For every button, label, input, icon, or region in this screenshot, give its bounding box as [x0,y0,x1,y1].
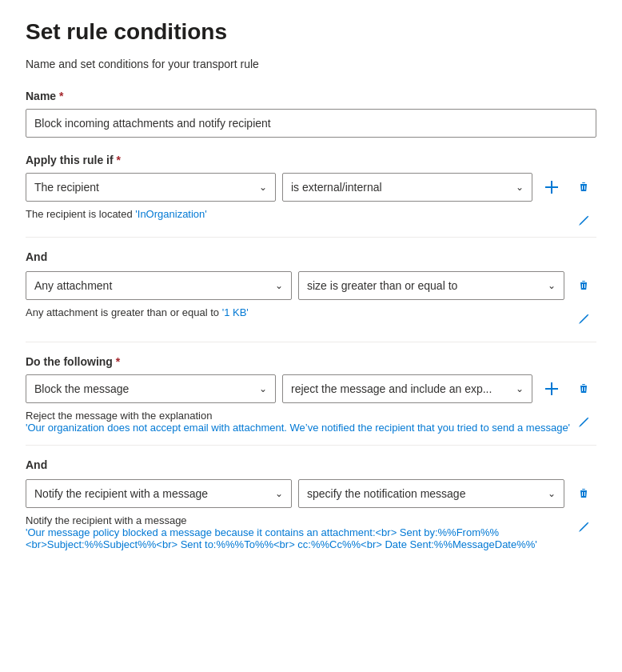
apply-add-button[interactable] [539,174,564,200]
do-label: Do the following [26,355,596,368]
and-dropdown-1b[interactable]: size is greater than or equal to ⌄ [298,271,564,300]
and-section-1: And Any attachment ⌄ size is greater tha… [26,237,596,342]
and-condition-row-2: Notify the recipient with a message ⌄ sp… [26,479,596,508]
apply-label: Apply this rule if [26,154,596,166]
and-description-link-2[interactable]: 'Our message policy blocked a message be… [26,526,537,550]
apply-description-link[interactable]: 'InOrganization' [135,208,207,220]
and-edit-button-1[interactable] [571,306,596,332]
apply-dropdown-2-text: is external/internal [291,181,382,194]
page-subtitle: Name and set conditions for your transpo… [26,58,596,70]
apply-dropdown-2[interactable]: is external/internal ⌄ [282,173,532,202]
do-dropdown-2-arrow: ⌄ [516,383,524,394]
apply-dropdown-1-arrow: ⌄ [259,182,267,193]
apply-condition-row: The recipient ⌄ is external/internal ⌄ [26,173,596,202]
do-condition-row: Block the message ⌄ reject the message a… [26,374,596,403]
apply-description: The recipient is located 'InOrganization… [26,208,571,220]
do-description: Reject the message with the explanation … [26,410,571,434]
apply-dropdown-2-arrow: ⌄ [516,182,524,193]
and-dropdown-1a[interactable]: Any attachment ⌄ [26,271,292,300]
and-dropdown-1b-text: size is greater than or equal to [307,279,457,292]
trash-icon [577,181,590,194]
apply-rule-section: Apply this rule if The recipient ⌄ is ex… [26,154,596,234]
and-edit-button-2[interactable] [571,514,596,540]
do-description-link[interactable]: 'Our organization does not accept email … [26,422,570,434]
plus-icon [545,181,558,194]
trash-icon-2 [577,487,590,500]
apply-description-row: The recipient is located 'InOrganization… [26,208,596,234]
and-dropdown-2b-text: specify the notification message [307,487,465,500]
do-dropdown-1[interactable]: Block the message ⌄ [26,374,276,403]
and-description-static-2: Notify the recipient with a message [26,514,187,526]
and-dropdown-2a-arrow: ⌄ [275,488,283,499]
plus-icon-do [545,382,558,395]
edit-icon-do [577,416,590,429]
do-dropdown-2[interactable]: reject the message and include an exp...… [282,374,532,403]
do-dropdown-2-text: reject the message and include an exp... [291,382,492,395]
trash-icon-1 [577,279,590,292]
apply-dropdown-1-text: The recipient [34,181,99,194]
name-input[interactable] [26,109,596,138]
and-delete-button-2[interactable] [571,481,596,506]
do-edit-button[interactable] [571,410,596,435]
do-delete-button[interactable] [571,376,596,402]
do-description-row: Reject the message with the explanation … [26,410,596,435]
do-section: Do the following Block the message ⌄ rej… [26,342,596,445]
apply-dropdown-1[interactable]: The recipient ⌄ [26,173,276,202]
and-dropdown-1a-arrow: ⌄ [275,280,283,291]
and-description-row-2: Notify the recipient with a message 'Our… [26,514,596,550]
and-description-row-1: Any attachment is greater than or equal … [26,306,596,332]
do-add-button[interactable] [539,376,564,402]
page-title: Set rule conditions [26,19,596,45]
name-label: Name [26,90,596,102]
do-dropdown-1-text: Block the message [34,382,129,395]
and-description-link-1[interactable]: '1 KB' [222,306,249,318]
and-dropdown-2a-text: Notify the recipient with a message [34,487,208,500]
edit-icon-2 [577,521,590,534]
edit-icon [577,214,590,227]
do-dropdown-1-arrow: ⌄ [259,383,267,394]
and-label-2: And [26,458,596,471]
and-dropdown-2b-arrow: ⌄ [548,488,556,499]
and-dropdown-1b-arrow: ⌄ [548,280,556,291]
name-section: Name [26,90,596,138]
and-dropdown-2b[interactable]: specify the notification message ⌄ [298,479,564,508]
and-condition-row-1: Any attachment ⌄ size is greater than or… [26,271,596,300]
trash-icon-do [577,382,590,395]
do-description-static: Reject the message with the explanation [26,410,212,422]
apply-edit-button[interactable] [571,208,596,234]
and-dropdown-1a-text: Any attachment [34,279,112,292]
and-description-2: Notify the recipient with a message 'Our… [26,514,571,550]
and-label-1: And [26,250,596,263]
and-dropdown-2a[interactable]: Notify the recipient with a message ⌄ [26,479,292,508]
apply-delete-button[interactable] [571,174,596,200]
and-delete-button-1[interactable] [571,273,596,298]
and-description-1: Any attachment is greater than or equal … [26,306,571,318]
and-section-2: And Notify the recipient with a message … [26,445,596,560]
edit-icon-1 [577,313,590,326]
